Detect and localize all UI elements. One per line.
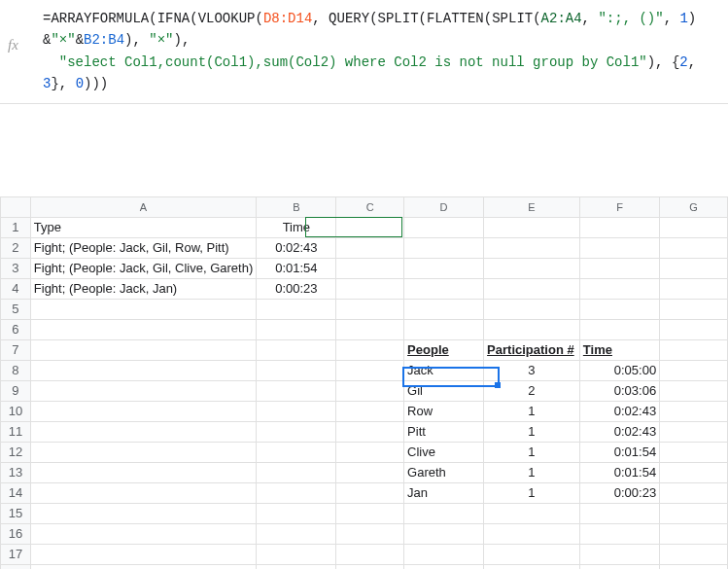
- cell[interactable]: 0:02:43: [579, 421, 659, 442]
- cell[interactable]: [484, 523, 580, 544]
- cell[interactable]: [579, 523, 659, 544]
- cell[interactable]: [336, 503, 404, 523]
- cell[interactable]: [579, 278, 659, 299]
- cell[interactable]: [336, 401, 404, 421]
- cell[interactable]: [257, 401, 336, 421]
- cell[interactable]: 1: [484, 442, 580, 462]
- cell[interactable]: [257, 564, 336, 569]
- cell[interactable]: [30, 503, 256, 523]
- col-header-B[interactable]: B: [257, 196, 336, 217]
- cell[interactable]: Gareth: [404, 462, 484, 482]
- row-header[interactable]: 12: [1, 442, 31, 462]
- cell[interactable]: [336, 523, 404, 544]
- cell[interactable]: [404, 299, 484, 319]
- cell[interactable]: [257, 482, 336, 503]
- cell[interactable]: [484, 278, 580, 299]
- row-header[interactable]: 13: [1, 462, 31, 482]
- cell[interactable]: [30, 482, 256, 503]
- cell[interactable]: [336, 217, 404, 237]
- row-header[interactable]: 8: [1, 360, 31, 380]
- cell[interactable]: [404, 319, 484, 339]
- cell[interactable]: [30, 319, 256, 339]
- cell[interactable]: [484, 564, 580, 569]
- row-header[interactable]: 16: [1, 523, 31, 544]
- cell[interactable]: [257, 544, 336, 564]
- col-header-A[interactable]: A: [30, 196, 256, 217]
- cell[interactable]: [404, 564, 484, 569]
- cell[interactable]: [257, 421, 336, 442]
- cell[interactable]: [336, 319, 404, 339]
- row-header[interactable]: 2: [1, 237, 31, 258]
- cell[interactable]: [257, 503, 336, 523]
- cell[interactable]: [484, 319, 580, 339]
- cell[interactable]: [30, 299, 256, 319]
- cell[interactable]: [660, 278, 728, 299]
- cell[interactable]: Jack: [404, 360, 484, 380]
- cell[interactable]: [484, 237, 580, 258]
- cell[interactable]: [579, 237, 659, 258]
- cell[interactable]: 2: [484, 380, 580, 401]
- cell[interactable]: [336, 339, 404, 360]
- cell[interactable]: [30, 564, 256, 569]
- cell[interactable]: 0:00:23: [579, 482, 659, 503]
- cell[interactable]: [336, 237, 404, 258]
- cell[interactable]: [404, 523, 484, 544]
- col-header-F[interactable]: F: [579, 196, 659, 217]
- cell[interactable]: [30, 523, 256, 544]
- cell-header-participation[interactable]: Participation #: [484, 339, 580, 360]
- row-header[interactable]: 5: [1, 299, 31, 319]
- cell[interactable]: Clive: [404, 442, 484, 462]
- cell[interactable]: [579, 319, 659, 339]
- cell[interactable]: Fight; (People: Jack, Jan): [30, 278, 256, 299]
- cell-header-people[interactable]: People: [404, 339, 484, 360]
- cell[interactable]: [660, 523, 728, 544]
- cell[interactable]: [257, 339, 336, 360]
- cell[interactable]: [257, 462, 336, 482]
- cell[interactable]: Fight; (People: Jack, Gil, Clive, Gareth…: [30, 258, 256, 278]
- cell[interactable]: 1: [484, 421, 580, 442]
- cell[interactable]: Row: [404, 401, 484, 421]
- cell[interactable]: 3: [484, 360, 580, 380]
- cell[interactable]: [579, 544, 659, 564]
- cell[interactable]: [484, 299, 580, 319]
- cell[interactable]: [30, 442, 256, 462]
- cell[interactable]: [336, 380, 404, 401]
- cell[interactable]: [660, 339, 728, 360]
- cell[interactable]: 0:00:23: [257, 278, 336, 299]
- row-header[interactable]: 17: [1, 544, 31, 564]
- row-header[interactable]: 7: [1, 339, 31, 360]
- cell[interactable]: Gil: [404, 380, 484, 401]
- cell[interactable]: [336, 462, 404, 482]
- cell[interactable]: [660, 360, 728, 380]
- cell[interactable]: [579, 258, 659, 278]
- col-header-C[interactable]: C: [336, 196, 404, 217]
- cell[interactable]: [30, 401, 256, 421]
- cell[interactable]: [404, 544, 484, 564]
- col-header-G[interactable]: G: [660, 196, 728, 217]
- row-header[interactable]: 15: [1, 503, 31, 523]
- cell[interactable]: [660, 258, 728, 278]
- col-header-E[interactable]: E: [484, 196, 580, 217]
- cell[interactable]: [257, 319, 336, 339]
- cell[interactable]: [579, 299, 659, 319]
- cell[interactable]: [660, 564, 728, 569]
- cell[interactable]: [336, 258, 404, 278]
- cell[interactable]: [30, 360, 256, 380]
- cell[interactable]: [404, 503, 484, 523]
- cell[interactable]: [336, 360, 404, 380]
- cell[interactable]: Pitt: [404, 421, 484, 442]
- cell[interactable]: [257, 380, 336, 401]
- cell[interactable]: [660, 442, 728, 462]
- cell[interactable]: 1: [484, 482, 580, 503]
- cell[interactable]: [404, 237, 484, 258]
- cell[interactable]: [336, 442, 404, 462]
- cell[interactable]: [336, 482, 404, 503]
- cell[interactable]: 0:01:54: [257, 258, 336, 278]
- spreadsheet-grid[interactable]: A B C D E F G 1 Type Time 2 Fight; (Peop…: [0, 196, 728, 569]
- cell[interactable]: [660, 217, 728, 237]
- col-header-D[interactable]: D: [404, 196, 484, 217]
- cell[interactable]: [336, 299, 404, 319]
- cell-header-time[interactable]: Time: [579, 339, 659, 360]
- select-all-corner[interactable]: [1, 196, 31, 217]
- cell[interactable]: [257, 523, 336, 544]
